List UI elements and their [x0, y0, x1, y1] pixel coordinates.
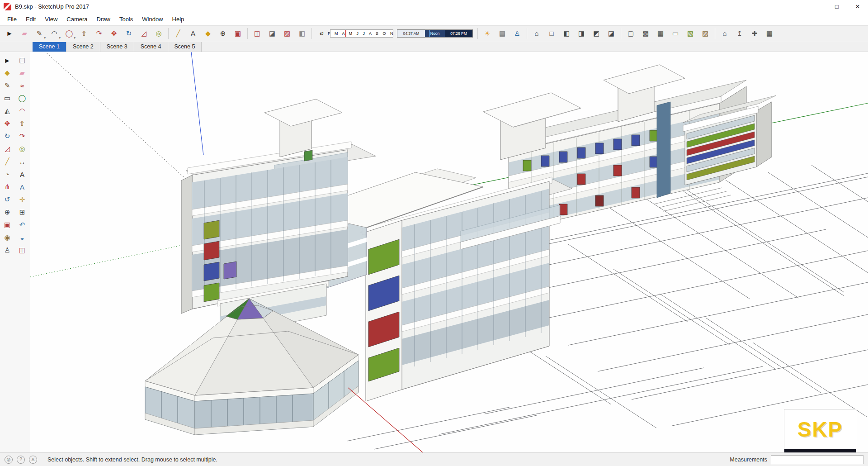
- scale-icon[interactable]: ◿: [1, 143, 14, 155]
- eraser-icon[interactable]: ▰: [16, 67, 28, 79]
- zoom-extents-icon[interactable]: ▣: [231, 27, 245, 40]
- paint-bucket-icon[interactable]: ◆: [1, 67, 14, 79]
- iso-view-icon[interactable]: ⌂: [530, 27, 543, 40]
- menu-edit[interactable]: Edit: [21, 14, 40, 24]
- model-canvas[interactable]: [30, 52, 868, 452]
- offset-icon[interactable]: ◎: [16, 143, 28, 155]
- zoom-icon[interactable]: ⊕: [216, 27, 230, 40]
- section-cuts-icon[interactable]: ◪: [265, 27, 279, 40]
- tab-scene-1[interactable]: Scene 1: [33, 42, 66, 52]
- polygon-icon[interactable]: ◭: [1, 105, 14, 117]
- walk-tool-icon[interactable]: ♙: [510, 27, 524, 40]
- shaded-style-icon[interactable]: ▧: [684, 27, 697, 40]
- menu-window[interactable]: Window: [137, 14, 167, 24]
- freehand-icon[interactable]: ≈: [16, 80, 28, 91]
- position-camera-icon[interactable]: ◉: [1, 232, 14, 243]
- shadow-settings-icon[interactable]: ☀: [481, 27, 494, 40]
- walk-icon[interactable]: ♙: [1, 244, 14, 256]
- xray-style-icon[interactable]: ▢: [624, 27, 637, 40]
- front-view-icon[interactable]: ◧: [560, 27, 573, 40]
- shadow-date-slider[interactable]: J F M A M J J A S O N D: [330, 29, 393, 38]
- left-view-icon[interactable]: ◪: [604, 27, 618, 40]
- eraser-icon[interactable]: ▰: [18, 27, 31, 40]
- arc-icon[interactable]: ◠▾: [47, 27, 61, 40]
- minimize-button[interactable]: –: [806, 0, 826, 13]
- look-around-icon[interactable]: ◒: [16, 232, 28, 243]
- model-info-icon[interactable]: ▦: [763, 27, 776, 40]
- tab-scene-3[interactable]: Scene 3: [100, 42, 134, 52]
- menu-draw[interactable]: Draw: [92, 14, 115, 24]
- tape-measure-icon[interactable]: ╱: [171, 27, 185, 40]
- follow-me-icon[interactable]: ↷: [92, 27, 106, 40]
- 3d-text-icon[interactable]: A: [16, 181, 28, 193]
- pan-icon[interactable]: ✛: [16, 194, 28, 205]
- time-slider-handle[interactable]: [429, 30, 430, 37]
- wireframe-style-icon[interactable]: ▦: [654, 27, 667, 40]
- left-wing-building[interactable]: [181, 99, 376, 336]
- select-icon[interactable]: ►: [3, 27, 16, 40]
- menu-help[interactable]: Help: [168, 14, 189, 24]
- account-icon[interactable]: ♙: [29, 456, 37, 464]
- line-icon[interactable]: ✎: [1, 80, 14, 91]
- menu-view[interactable]: View: [40, 14, 62, 24]
- rectangle-icon[interactable]: ▭: [1, 92, 14, 104]
- text-icon[interactable]: A: [186, 27, 200, 40]
- back-edges-style-icon[interactable]: ▩: [639, 27, 652, 40]
- extension-warehouse-icon[interactable]: ✚: [748, 27, 761, 40]
- circle-icon[interactable]: ◯▾: [62, 27, 76, 40]
- top-view-icon[interactable]: □: [545, 27, 558, 40]
- shadow-time-slider[interactable]: 04:37 AM Noon 07:28 PM: [397, 29, 473, 38]
- tab-scene-4[interactable]: Scene 4: [134, 42, 168, 52]
- back-view-icon[interactable]: ◩: [590, 27, 603, 40]
- previous-view-icon[interactable]: ↶: [16, 219, 28, 231]
- follow-me-icon[interactable]: ↷: [16, 130, 28, 142]
- share-model-icon[interactable]: ↥: [733, 27, 746, 40]
- zoom-window-icon[interactable]: ⊞: [16, 206, 28, 218]
- make-component-icon[interactable]: ▢: [16, 54, 28, 66]
- push-pull-icon[interactable]: ⇧: [16, 118, 28, 129]
- text-icon[interactable]: A: [16, 168, 28, 180]
- section-plane-icon[interactable]: ◫: [16, 244, 28, 256]
- geolocation-icon[interactable]: ◎: [5, 456, 13, 464]
- scale-icon[interactable]: ◿: [137, 27, 151, 40]
- measurements-input[interactable]: [771, 455, 863, 464]
- tape-measure-icon[interactable]: ╱: [1, 156, 14, 167]
- date-slider-handle[interactable]: [345, 30, 346, 37]
- arc-icon[interactable]: ◠: [16, 105, 28, 117]
- orbit-icon[interactable]: ↺: [1, 194, 14, 205]
- rotate-icon[interactable]: ↻: [1, 130, 14, 142]
- section-display-icon[interactable]: ◧: [295, 27, 309, 40]
- move-icon[interactable]: ✥: [1, 118, 14, 129]
- toolbar-separator: [311, 28, 312, 39]
- shaded-textures-style-icon[interactable]: ▨: [698, 27, 712, 40]
- gazebo-pavilion[interactable]: [145, 299, 359, 435]
- circle-icon[interactable]: ◯: [16, 92, 28, 104]
- model-viewport[interactable]: [30, 52, 868, 452]
- menu-tools[interactable]: Tools: [115, 14, 137, 24]
- axes-icon[interactable]: ⋔: [1, 181, 14, 193]
- rotate-icon[interactable]: ↻: [122, 27, 136, 40]
- maximize-button[interactable]: □: [826, 0, 847, 13]
- zoom-extents-icon[interactable]: ▣: [1, 219, 14, 231]
- right-view-icon[interactable]: ◨: [575, 27, 588, 40]
- section-plane-icon[interactable]: ◫: [250, 27, 264, 40]
- move-icon[interactable]: ✥: [107, 27, 121, 40]
- tab-scene-5[interactable]: Scene 5: [168, 42, 202, 52]
- tab-scene-2[interactable]: Scene 2: [66, 42, 100, 52]
- zoom-icon[interactable]: ⊕: [1, 206, 14, 218]
- paint-bucket-icon[interactable]: ◆: [201, 27, 215, 40]
- menu-camera[interactable]: Camera: [62, 14, 92, 24]
- close-button[interactable]: ✕: [847, 0, 868, 13]
- dimension-icon[interactable]: ↔: [16, 156, 28, 167]
- hidden-line-style-icon[interactable]: ▭: [669, 27, 682, 40]
- match-photo-icon[interactable]: ▤: [495, 27, 509, 40]
- 3d-warehouse-icon[interactable]: ⌂: [718, 27, 731, 40]
- menu-file[interactable]: File: [3, 14, 21, 24]
- help-icon[interactable]: ?: [17, 456, 25, 464]
- protractor-icon[interactable]: ◔: [1, 168, 14, 180]
- offset-icon[interactable]: ◎: [152, 27, 165, 40]
- section-fill-icon[interactable]: ▨: [280, 27, 294, 40]
- line-icon[interactable]: ✎▾: [33, 27, 46, 40]
- select-icon[interactable]: ►: [1, 54, 14, 66]
- push-pull-icon[interactable]: ⇧: [77, 27, 91, 40]
